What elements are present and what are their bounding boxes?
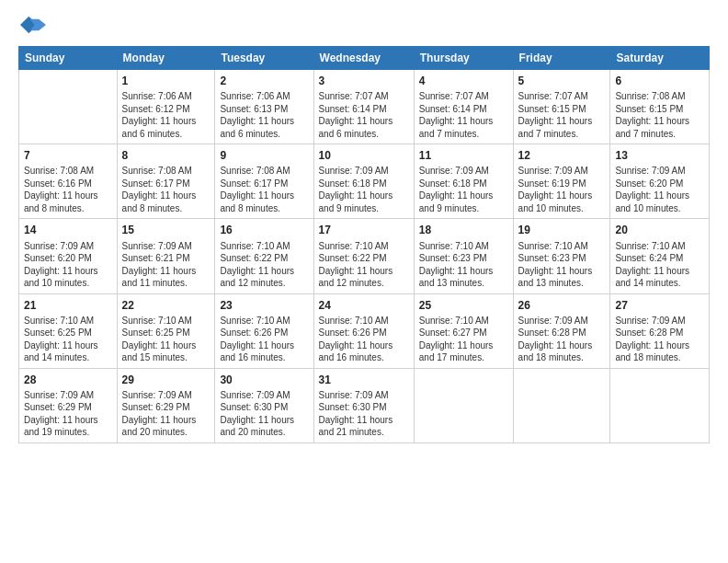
day-number: 15 xyxy=(122,223,210,237)
day-info-line: Sunset: 6:28 PM xyxy=(518,327,586,338)
day-info-line: Sunrise: 7:10 AM xyxy=(518,241,588,251)
day-info-line: and 12 minutes. xyxy=(319,278,384,288)
calendar-cell: 1Sunrise: 7:06 AMSunset: 6:12 PMDaylight… xyxy=(117,70,215,144)
day-info-line: Sunset: 6:28 PM xyxy=(615,327,683,338)
day-info-line: Daylight: 11 hours xyxy=(220,190,294,201)
day-info: Sunrise: 7:07 AMSunset: 6:15 PMDaylight:… xyxy=(518,90,606,140)
logo-icon xyxy=(20,15,46,35)
day-info-line: Sunrise: 7:08 AM xyxy=(220,166,290,176)
day-number: 12 xyxy=(518,148,606,163)
calendar-day-header: Saturday xyxy=(610,47,710,70)
day-info: Sunrise: 7:10 AMSunset: 6:23 PMDaylight:… xyxy=(518,240,606,290)
day-info-line: Sunrise: 7:09 AM xyxy=(518,316,588,326)
day-info-line: Daylight: 11 hours xyxy=(419,190,494,201)
day-info-line: and 10 minutes. xyxy=(615,203,680,213)
day-info: Sunrise: 7:07 AMSunset: 6:14 PMDaylight:… xyxy=(419,90,508,140)
day-info: Sunrise: 7:08 AMSunset: 6:15 PMDaylight:… xyxy=(615,90,704,140)
day-info-line: and 20 minutes. xyxy=(220,427,285,437)
calendar-cell: 13Sunrise: 7:09 AMSunset: 6:20 PMDayligh… xyxy=(610,144,710,219)
day-info-line: Sunset: 6:20 PM xyxy=(615,178,683,189)
day-info-line: Sunset: 6:19 PM xyxy=(518,178,586,189)
day-number: 31 xyxy=(319,373,409,387)
page: SundayMondayTuesdayWednesdayThursdayFrid… xyxy=(0,0,728,563)
calendar-day-header: Sunday xyxy=(19,47,118,70)
day-number: 3 xyxy=(319,74,409,88)
day-number: 25 xyxy=(419,298,508,313)
day-info: Sunrise: 7:10 AMSunset: 6:23 PMDaylight:… xyxy=(419,240,508,290)
day-info-line: Sunset: 6:30 PM xyxy=(220,402,288,412)
day-info-line: Sunset: 6:21 PM xyxy=(122,253,190,263)
calendar-cell: 5Sunrise: 7:07 AMSunset: 6:15 PMDaylight… xyxy=(513,70,610,144)
day-info-line: Sunrise: 7:10 AM xyxy=(319,316,389,326)
day-info-line: and 6 minutes. xyxy=(122,129,183,139)
day-info-line: Sunset: 6:26 PM xyxy=(220,327,288,338)
day-info-line: Sunrise: 7:07 AM xyxy=(319,91,389,101)
day-info: Sunrise: 7:10 AMSunset: 6:22 PMDaylight:… xyxy=(220,240,308,290)
day-info-line: and 20 minutes. xyxy=(122,427,188,437)
day-info-line: and 15 minutes. xyxy=(122,352,188,362)
calendar-cell: 6Sunrise: 7:08 AMSunset: 6:15 PMDaylight… xyxy=(610,70,710,144)
day-info-line: Sunrise: 7:08 AM xyxy=(615,91,685,101)
day-info: Sunrise: 7:09 AMSunset: 6:30 PMDaylight:… xyxy=(319,389,409,439)
day-number: 26 xyxy=(518,298,606,313)
calendar-cell xyxy=(414,368,513,442)
calendar-day-header: Tuesday xyxy=(215,47,313,70)
day-info: Sunrise: 7:09 AMSunset: 6:28 PMDaylight:… xyxy=(615,315,704,364)
day-number: 20 xyxy=(615,223,704,237)
day-info-line: Sunset: 6:25 PM xyxy=(122,327,190,338)
day-info-line: Sunset: 6:14 PM xyxy=(319,104,387,114)
calendar-header-row: SundayMondayTuesdayWednesdayThursdayFrid… xyxy=(19,47,710,70)
day-info-line: Sunset: 6:27 PM xyxy=(419,327,487,338)
day-info-line: Daylight: 11 hours xyxy=(122,340,197,350)
calendar-cell: 8Sunrise: 7:08 AMSunset: 6:17 PMDaylight… xyxy=(117,144,215,219)
day-info: Sunrise: 7:09 AMSunset: 6:19 PMDaylight:… xyxy=(518,165,606,214)
day-info-line: Sunrise: 7:10 AM xyxy=(220,316,290,326)
calendar-cell: 20Sunrise: 7:10 AMSunset: 6:24 PMDayligh… xyxy=(610,219,710,293)
calendar-week-row: 7Sunrise: 7:08 AMSunset: 6:16 PMDaylight… xyxy=(19,144,710,219)
day-info-line: Sunset: 6:20 PM xyxy=(24,253,92,263)
day-info-line: Sunset: 6:29 PM xyxy=(122,402,190,412)
calendar-cell: 24Sunrise: 7:10 AMSunset: 6:26 PMDayligh… xyxy=(313,293,414,368)
day-info-line: Sunrise: 7:09 AM xyxy=(220,390,290,400)
day-info-line: Sunrise: 7:06 AM xyxy=(122,91,192,101)
day-info-line: and 7 minutes. xyxy=(518,129,579,139)
calendar-cell: 25Sunrise: 7:10 AMSunset: 6:27 PMDayligh… xyxy=(414,293,513,368)
calendar-cell: 16Sunrise: 7:10 AMSunset: 6:22 PMDayligh… xyxy=(215,219,313,293)
day-info-line: Sunrise: 7:09 AM xyxy=(319,166,389,176)
calendar-cell: 10Sunrise: 7:09 AMSunset: 6:18 PMDayligh… xyxy=(313,144,414,219)
day-info-line: Daylight: 11 hours xyxy=(615,116,689,126)
day-info-line: Daylight: 11 hours xyxy=(220,116,294,126)
calendar-cell: 3Sunrise: 7:07 AMSunset: 6:14 PMDaylight… xyxy=(313,70,414,144)
calendar-cell: 22Sunrise: 7:10 AMSunset: 6:25 PMDayligh… xyxy=(117,293,215,368)
day-info-line: Daylight: 11 hours xyxy=(615,266,689,276)
header xyxy=(18,15,710,35)
day-info-line: Sunset: 6:12 PM xyxy=(122,104,190,114)
day-info: Sunrise: 7:09 AMSunset: 6:29 PMDaylight:… xyxy=(122,389,210,439)
day-info-line: Sunrise: 7:09 AM xyxy=(419,166,489,176)
day-info: Sunrise: 7:09 AMSunset: 6:20 PMDaylight:… xyxy=(24,240,112,290)
calendar-cell: 21Sunrise: 7:10 AMSunset: 6:25 PMDayligh… xyxy=(19,293,118,368)
calendar-cell: 14Sunrise: 7:09 AMSunset: 6:20 PMDayligh… xyxy=(19,219,118,293)
day-number: 7 xyxy=(24,148,112,163)
calendar-cell: 28Sunrise: 7:09 AMSunset: 6:29 PMDayligh… xyxy=(19,368,118,442)
day-info-line: Daylight: 11 hours xyxy=(419,116,494,126)
day-info-line: Daylight: 11 hours xyxy=(615,340,689,350)
day-info-line: and 7 minutes. xyxy=(419,129,480,139)
day-info: Sunrise: 7:10 AMSunset: 6:25 PMDaylight:… xyxy=(122,315,210,364)
day-number: 9 xyxy=(220,148,308,163)
day-info-line: Daylight: 11 hours xyxy=(319,340,393,350)
day-info: Sunrise: 7:10 AMSunset: 6:26 PMDaylight:… xyxy=(220,315,308,364)
calendar-cell: 9Sunrise: 7:08 AMSunset: 6:17 PMDaylight… xyxy=(215,144,313,219)
day-info-line: Sunrise: 7:08 AM xyxy=(122,166,192,176)
day-info-line: Sunset: 6:29 PM xyxy=(24,402,92,412)
day-info-line: Sunset: 6:18 PM xyxy=(319,178,387,189)
calendar-cell: 11Sunrise: 7:09 AMSunset: 6:18 PMDayligh… xyxy=(414,144,513,219)
day-number: 5 xyxy=(518,74,606,88)
day-number: 2 xyxy=(220,74,308,88)
day-info-line: Daylight: 11 hours xyxy=(518,190,593,201)
day-info-line: Sunset: 6:15 PM xyxy=(615,104,683,114)
logo xyxy=(18,15,50,35)
day-info-line: Sunset: 6:22 PM xyxy=(220,253,288,263)
day-info-line: Daylight: 11 hours xyxy=(24,190,98,201)
day-info: Sunrise: 7:10 AMSunset: 6:22 PMDaylight:… xyxy=(319,240,409,290)
